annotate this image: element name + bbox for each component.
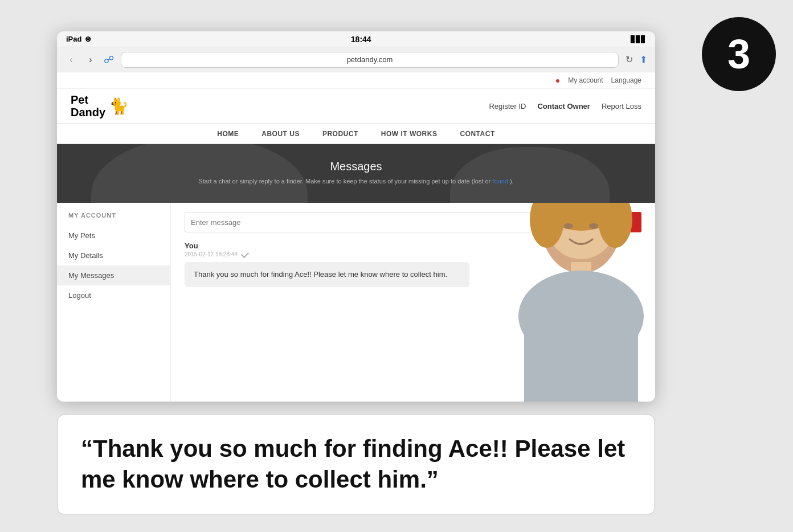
step-number: 3 (727, 34, 750, 75)
svg-point-6 (589, 223, 598, 229)
sidebar-heading: MY ACCOUNT (57, 212, 170, 226)
url-text: petdandy.com (347, 55, 393, 64)
sidebar-item-messages[interactable]: My Messages (57, 265, 170, 285)
forward-button[interactable]: › (84, 54, 97, 66)
reload-icon[interactable]: ↻ (626, 54, 633, 65)
sidebar-item-logout[interactable]: Logout (57, 285, 170, 305)
top-bar: ● My account Language (57, 72, 655, 89)
nav-how-it-works[interactable]: HOW IT WORKS (381, 130, 438, 138)
quote-box: “Thank you so much for finding Ace!! Ple… (57, 414, 655, 515)
bookmarks-icon[interactable]: ☍ (104, 54, 114, 66)
sidebar: MY ACCOUNT My Pets My Details My Message… (57, 203, 171, 402)
device-name: iPad (66, 35, 81, 43)
person-image (490, 203, 655, 402)
report-loss-link[interactable]: Report Loss (602, 102, 641, 111)
message-status-icon (241, 250, 249, 258)
share-icon[interactable]: ⬆ (640, 54, 647, 65)
website-content: ● My account Language Pet Dandy 🐈 Regist… (57, 72, 655, 402)
address-bar[interactable]: petdandy.com (121, 52, 619, 68)
nav-about[interactable]: ABOUT US (261, 130, 300, 138)
nav-actions: Register ID Contact Owner Report Loss (489, 102, 641, 111)
sidebar-item-details[interactable]: My Details (57, 245, 170, 265)
chat-area: You 2015-02-12 18:28:44 Thank you so muc… (171, 203, 655, 402)
sidebar-item-pets[interactable]: My Pets (57, 226, 170, 245)
main-nav: HOME ABOUT US PRODUCT HOW IT WORKS CONTA… (57, 124, 655, 144)
svg-point-5 (564, 223, 573, 229)
battery-icon: ▊▊▊ (631, 35, 646, 43)
hero-subtitle-highlight: found (492, 178, 508, 185)
account-icon: ● (555, 76, 560, 85)
main-content: MY ACCOUNT My Pets My Details My Message… (57, 203, 655, 402)
status-left: iPad ⊛ (66, 35, 91, 43)
hero-subtitle-text: Start a chat or simply reply to a finder… (198, 178, 490, 185)
step-number-badge: 3 (702, 17, 776, 91)
language-link[interactable]: Language (611, 76, 641, 84)
browser-bar: ‹ › ☍ petdandy.com ↻ ⬆ (57, 47, 655, 72)
ios-status-bar: iPad ⊛ 18:44 ▊▊▊ (57, 31, 655, 47)
hero-content: Messages Start a chat or simply reply to… (68, 160, 644, 185)
status-right: ▊▊▊ (631, 35, 646, 43)
logo-text-main: Pet Dandy (71, 93, 105, 118)
svg-rect-9 (524, 293, 638, 402)
hero-subtitle: Start a chat or simply reply to a finder… (68, 178, 644, 185)
site-nav-row: Pet Dandy 🐈 Register ID Contact Owner Re… (57, 89, 655, 123)
wifi-icon: ⊛ (85, 35, 91, 43)
hero-subtitle-end: ). (510, 178, 514, 185)
nav-home[interactable]: HOME (217, 130, 239, 138)
site-header: ● My account Language Pet Dandy 🐈 Regist… (57, 72, 655, 124)
quote-text: “Thank you so much for finding Ace!! Ple… (81, 433, 631, 496)
logo: Pet Dandy 🐈 (71, 93, 129, 118)
back-button[interactable]: ‹ (65, 54, 77, 66)
my-account-link[interactable]: My account (568, 76, 603, 84)
screenshot-frame: iPad ⊛ 18:44 ▊▊▊ ‹ › ☍ petdandy.com ↻ ⬆ … (57, 31, 655, 402)
nav-contact[interactable]: CONTACT (460, 130, 494, 138)
logo-text: Pet Dandy (71, 93, 105, 118)
status-time: 18:44 (351, 35, 371, 44)
contact-owner-link[interactable]: Contact Owner (537, 102, 590, 111)
hero-title: Messages (68, 160, 644, 173)
hero-section: Messages Start a chat or simply reply to… (57, 144, 655, 203)
logo-icon: 🐈 (109, 97, 129, 116)
register-id-link[interactable]: Register ID (489, 102, 526, 111)
message-bubble: Thank you so much for finding Ace!! Plea… (185, 262, 469, 287)
nav-product[interactable]: PRODUCT (322, 130, 358, 138)
